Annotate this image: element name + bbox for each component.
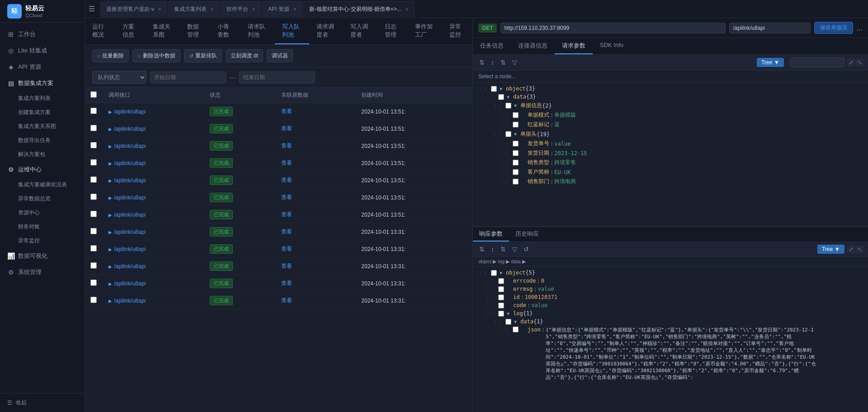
view-link-1[interactable]: 查看: [281, 125, 292, 132]
view-link-9[interactable]: 查看: [281, 263, 292, 269]
res-collapse-btn[interactable]: ⤡: [856, 246, 863, 253]
tree-toggle-icon[interactable]: ▼: [514, 319, 519, 324]
save-activate-button[interactable]: 保存并激活: [814, 22, 853, 34]
res-tree-row[interactable]: ⋮⋮ json : {"单据信息":{"单据模式":"单据模版","红蓝标记":…: [473, 326, 868, 382]
row-checkbox-11[interactable]: [90, 297, 97, 303]
view-link-3[interactable]: 查看: [281, 160, 292, 166]
req-tree-row[interactable]: ⋮⋮ 发货日期 : 2023-12-15: [473, 148, 868, 158]
sidebar-item-resource-center[interactable]: 资源中心: [13, 206, 85, 220]
req-expand-btn[interactable]: ⤢: [847, 59, 855, 66]
view-link-4[interactable]: 查看: [281, 177, 292, 183]
sidebar-collapse[interactable]: ☰ 收起: [0, 393, 85, 412]
row-checkbox-3[interactable]: [90, 159, 97, 166]
tree-node-checkbox[interactable]: [513, 179, 519, 185]
cell-api-1[interactable]: ▶/apilink/u8api: [103, 120, 204, 137]
select-all-checkbox[interactable]: [90, 91, 97, 98]
delete-selected-button[interactable]: ○ 删除选中数据: [132, 49, 180, 62]
tree-node-checkbox[interactable]: [498, 294, 504, 300]
req-filter-icon[interactable]: ▽: [510, 58, 519, 67]
req-tree-row[interactable]: ⋮⋮ 销售部门 : 跨境电商: [473, 177, 868, 186]
sidebar-item-anomaly-monitor[interactable]: 异常监控: [13, 234, 85, 248]
debug-button[interactable]: 调试器: [267, 49, 293, 62]
tab-solution-list[interactable]: 集成方案列表 ✕: [168, 1, 220, 17]
view-link-8[interactable]: 查看: [281, 246, 292, 252]
tree-node-checkbox[interactable]: [505, 131, 511, 137]
start-date-input[interactable]: [150, 71, 226, 83]
view-link-6[interactable]: 查看: [281, 211, 292, 218]
batch-delete-button[interactable]: ○ 批量删除: [92, 49, 129, 62]
req-mode-selector[interactable]: Tree ▼: [757, 58, 784, 67]
tree-toggle-icon[interactable]: ▼: [507, 95, 512, 99]
sidebar-item-api-resource[interactable]: ◈ API 资源: [0, 59, 85, 75]
sidebar-item-data-integration[interactable]: ▤ 数据集成方案: [0, 75, 85, 91]
res-tree-row[interactable]: ⋮⋮ ▼ data {1}: [473, 317, 868, 326]
row-checkbox-9[interactable]: [90, 262, 97, 269]
res-undo-icon[interactable]: ↺: [522, 245, 531, 254]
view-link-5[interactable]: 查看: [281, 194, 292, 200]
subnav-request-scheduler[interactable]: 请求调度者: [309, 18, 344, 44]
row-checkbox-6[interactable]: [90, 211, 97, 217]
res-sort-icon[interactable]: ⇅: [499, 245, 508, 254]
req-tree-row[interactable]: ⋮⋮ ▼ object {3}: [473, 85, 868, 93]
tab-request-params[interactable]: 请求参数: [555, 38, 593, 54]
tree-node-checkbox[interactable]: [505, 319, 511, 325]
tree-node-checkbox[interactable]: [513, 160, 519, 166]
tree-node-checkbox[interactable]: [498, 311, 504, 317]
cell-api-6[interactable]: ▶/apilink/u8api: [103, 206, 204, 223]
subnav-overview[interactable]: 运行概况: [85, 18, 115, 44]
tab-connector-info[interactable]: 连接器信息: [511, 38, 555, 54]
res-expand-btn[interactable]: ⤢: [847, 246, 855, 253]
subnav-solution-info[interactable]: 方案信息: [115, 18, 146, 44]
sidebar-item-health[interactable]: 集成方案健康状况表: [13, 178, 85, 192]
tree-node-checkbox[interactable]: [513, 141, 519, 147]
tree-toggle-icon[interactable]: ▼: [500, 270, 505, 275]
res-mode-selector[interactable]: Tree ▼: [817, 245, 844, 254]
req-tree-row[interactable]: ⋮⋮ 红蓝标记 : 蓝: [473, 120, 868, 129]
view-link-11[interactable]: 查看: [281, 297, 292, 303]
row-checkbox-5[interactable]: [90, 194, 97, 200]
schedule-button[interactable]: 立刻调度 dt: [226, 49, 263, 62]
cell-api-8[interactable]: ▶/apilink/u8api: [103, 241, 204, 258]
sidebar-item-create-solution[interactable]: 创建集成方案: [13, 105, 85, 119]
row-checkbox-1[interactable]: [90, 125, 97, 131]
tree-node-checkbox[interactable]: [498, 278, 504, 284]
sidebar-item-export-task[interactable]: 数据导出任务: [13, 133, 85, 147]
req-tree-row[interactable]: ⋮⋮ 发货单号 : value: [473, 139, 868, 148]
req-expand-all-icon[interactable]: ⇅: [477, 58, 486, 67]
tab-close-active[interactable]: ✕: [405, 7, 409, 12]
cell-api-0[interactable]: ▶/apilink/u8api: [103, 103, 204, 120]
req-tree-row[interactable]: ⋮⋮ 客户简称 : EU-UK: [473, 167, 868, 177]
cell-api-9[interactable]: ▶/apilink/u8api: [103, 258, 204, 275]
hamburger-icon[interactable]: ☰: [89, 5, 95, 13]
cell-api-10[interactable]: ▶/apilink/u8api: [103, 275, 204, 292]
tab-sdk-info[interactable]: SDK Info: [593, 38, 631, 54]
row-checkbox-4[interactable]: [90, 176, 97, 183]
subnav-request-pool[interactable]: 请求队列池: [241, 18, 275, 44]
req-sort-icon[interactable]: ⇅: [499, 58, 508, 67]
tree-toggle-icon[interactable]: ▼: [500, 86, 505, 91]
sidebar-item-lite[interactable]: ◎ Lite 轻集成: [0, 43, 85, 59]
cell-api-7[interactable]: ▶/apilink/u8api: [103, 223, 204, 241]
req-tree-search[interactable]: [790, 57, 844, 67]
more-options-icon[interactable]: ...: [857, 24, 863, 32]
subnav-query[interactable]: 小青查数: [210, 18, 241, 44]
tab-active[interactable]: 新-领星结算中心-交易明细-赔偿单=>... ✕: [303, 1, 415, 17]
tree-node-checkbox[interactable]: [513, 122, 519, 128]
response-tab-history[interactable]: 历史响应: [509, 227, 545, 242]
tab-software-platform[interactable]: 软件平台 ✕: [221, 1, 261, 17]
res-tree-row[interactable]: ⋮⋮ ▼ log {1}: [473, 309, 868, 317]
tree-node-checkbox[interactable]: [491, 86, 497, 92]
row-checkbox-2[interactable]: [90, 142, 97, 148]
row-checkbox-7[interactable]: [90, 228, 97, 234]
req-tree-row[interactable]: ⋮⋮ 单据模式 : 单据模版: [473, 110, 868, 120]
tree-toggle-icon[interactable]: ▼: [514, 132, 519, 137]
tab-close-api-resource[interactable]: ✕: [293, 7, 297, 12]
req-tree-row[interactable]: ⋮⋮ ▼ data {3}: [473, 93, 868, 101]
res-tree-row[interactable]: ⋮⋮ errmsg : value: [473, 285, 868, 293]
tree-node-checkbox[interactable]: [491, 270, 497, 276]
res-tree-row[interactable]: ⋮⋮ id : 1000120371: [473, 293, 868, 301]
row-checkbox-8[interactable]: [90, 245, 97, 251]
sidebar-item-solution-graph[interactable]: 集成方案关系图: [13, 119, 85, 133]
cell-api-5[interactable]: ▶/apilink/u8api: [103, 189, 204, 206]
req-tree-row[interactable]: ⋮⋮ ▼ 单据信息 {2}: [473, 101, 868, 110]
